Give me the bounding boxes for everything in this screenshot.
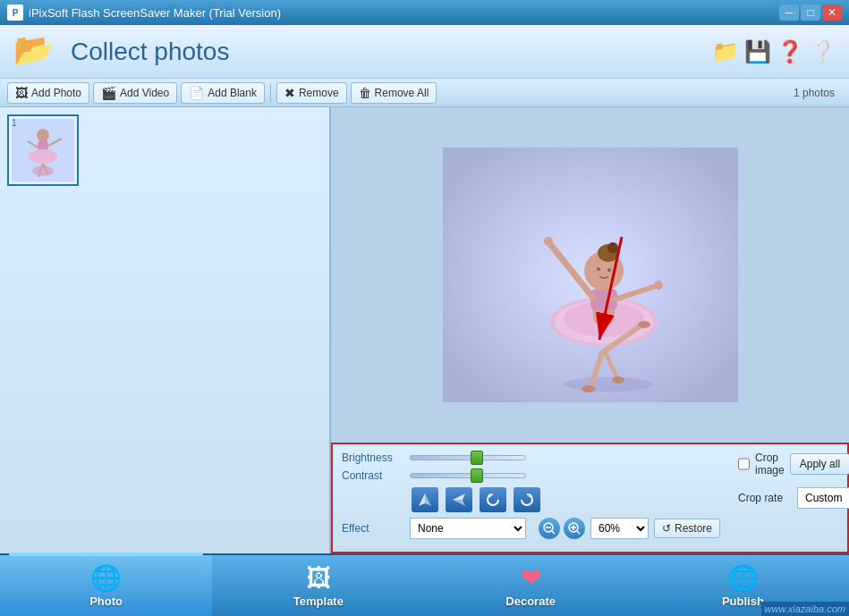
bottom-controls-panel: Brightness Contrast [331,443,849,553]
transform-icons-row [412,487,720,512]
thumb-number: 1 [12,118,17,128]
add-video-label: Add Video [120,87,169,99]
add-video-icon: 🎬 [101,86,116,100]
template-nav-icon: 🖼 [306,563,331,593]
zoom-icons [539,518,585,539]
effect-select[interactable]: None Grayscale Sepia [410,518,526,539]
zoom-select[interactable]: 60% 25% 50% 75% 100% [590,518,649,539]
restore-icon: ↺ [662,522,671,535]
flip-vertical-icon[interactable] [446,487,472,512]
folder-icon: 📂 [13,31,54,68]
crop-rate-select[interactable]: Custom 4:3 16:9 1:1 3:2 [797,487,849,509]
brightness-label: Brightness [342,451,404,464]
add-photo-icon: 🖼 [15,86,28,100]
left-controls: Brightness Contrast [342,451,720,544]
nav-item-template[interactable]: 🖼 Template [212,555,424,616]
restore-label: Restore [675,522,712,535]
app-icon: P [7,4,23,21]
decorate-nav-label: Decorate [505,595,556,608]
publish-nav-label: Publish [722,595,764,608]
rotate-left-icon[interactable] [480,487,506,512]
arrow-overlay [443,148,738,402]
header: 📂 Collect photos 📁 💾 ❓ ❔ [0,25,849,79]
apply-all-button[interactable]: Apply all [790,453,849,475]
right-controls: Crop image Apply all Hyperlink Crop rate… [738,451,849,544]
app-logo: 📂 [13,31,60,72]
minimize-button[interactable]: ─ [779,4,799,21]
svg-point-4 [29,149,57,164]
apply-all-label: Apply all [800,458,840,470]
main-toolbar: 🖼 Add Photo 🎬 Add Video 📄 Add Blank ✖ Re… [0,79,849,107]
toolbar-separator [270,84,271,102]
svg-point-1 [32,165,54,176]
contrast-thumb[interactable] [471,468,483,483]
watermark: www.xiazaiba.com [761,602,849,616]
folder-open-icon[interactable]: 📁 [712,39,739,64]
photo-nav-label: Photo [89,595,123,608]
publish-nav-icon: 🌐 [727,563,759,593]
photo-nav-icon: 🌐 [90,563,122,593]
zoom-out-icon[interactable] [539,518,560,539]
remove-button[interactable]: ✖ Remove [276,82,347,104]
svg-line-33 [599,237,622,340]
nav-item-decorate[interactable]: ❤ Decorate [425,555,637,616]
crop-rate-row: Crop rate Custom 4:3 16:9 1:1 3:2 [738,487,849,509]
brightness-row: Brightness [342,451,720,464]
decorate-nav-icon: ❤ [521,563,541,593]
photo-thumbnail-1[interactable]: 1 [7,114,79,186]
main-image-container [443,148,738,402]
add-photo-label: Add Photo [31,87,81,99]
contrast-label: Contrast [342,469,404,482]
photo-grid: 1 [0,107,329,193]
window-controls: ─ □ ✕ [779,4,842,21]
nav-item-photo[interactable]: 🌐 Photo [0,555,212,616]
thumb-image [12,119,74,181]
crop-apply-row: Crop image Apply all Hyperlink [738,451,849,477]
save-icon[interactable]: 💾 [744,39,771,64]
template-nav-label: Template [293,595,344,608]
rotate-right-icon[interactable] [514,487,540,512]
contrast-row: Contrast [342,469,720,482]
remove-all-button[interactable]: 🗑 Remove All [351,82,437,104]
brightness-slider[interactable] [410,455,526,460]
add-blank-icon: 📄 [189,86,204,100]
page-title: Collect photos [71,38,229,66]
header-toolbar: 📁 💾 ❓ ❔ [712,39,836,64]
about-icon[interactable]: ❔ [809,39,836,64]
crop-image-checkbox[interactable] [738,458,750,470]
crop-rate-label: Crop rate [738,492,792,504]
bottom-navigation: 🌐 Photo 🖼 Template ❤ Decorate 🌐 Publish … [0,553,849,616]
app-title: iPixSoft Flash ScreenSaver Maker (Trial … [29,6,779,20]
zoom-in-icon[interactable] [564,518,585,539]
restore-button[interactable]: ↺ Restore [654,519,720,538]
app-window: P iPixSoft Flash ScreenSaver Maker (Tria… [0,0,849,616]
remove-label: Remove [299,87,339,99]
photos-count: 1 photos [794,87,842,99]
remove-all-label: Remove All [375,87,429,99]
image-preview [331,107,849,443]
effect-label: Effect [342,522,404,535]
maximize-button[interactable]: □ [801,4,820,21]
add-photo-button[interactable]: 🖼 Add Photo [7,82,89,104]
brightness-thumb[interactable] [471,451,483,465]
remove-all-icon: 🗑 [359,86,371,100]
content-area: 1 [0,107,849,553]
flip-horizontal-icon[interactable] [412,487,438,512]
svg-line-40 [577,531,580,534]
svg-line-37 [552,531,555,534]
remove-icon: ✖ [284,86,295,100]
contrast-slider[interactable] [410,473,526,478]
add-blank-button[interactable]: 📄 Add Blank [181,82,265,104]
add-video-button[interactable]: 🎬 Add Video [93,82,177,104]
close-button[interactable]: ✕ [822,4,842,21]
add-blank-label: Add Blank [208,87,257,99]
photo-panel: 1 [0,107,331,553]
effect-row: Effect None Grayscale Sepia [342,518,720,539]
help-icon[interactable]: ❓ [777,39,803,64]
title-bar: P iPixSoft Flash ScreenSaver Maker (Tria… [0,0,849,25]
right-panel: Brightness Contrast [331,107,849,553]
crop-image-label: Crop image [755,451,785,477]
